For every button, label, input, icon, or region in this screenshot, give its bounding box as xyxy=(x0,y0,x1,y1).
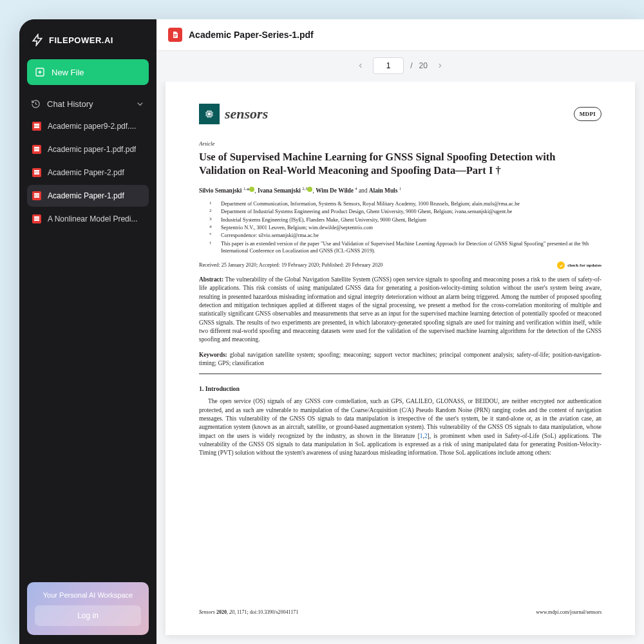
affiliations: 1Department of Communication, Informatio… xyxy=(209,200,601,255)
main-panel: Academic Paper-Series-1.pdf / 20 xyxy=(156,19,644,644)
dates-row: Received: 25 January 2020; Accepted: 19 … xyxy=(199,261,601,269)
sensors-icon xyxy=(199,104,220,124)
file-label: Academic Paper-2.pdf xyxy=(48,168,124,177)
abstract-label: Abstract: xyxy=(199,276,223,283)
abstract-text: The vulnerability of the Global Navigati… xyxy=(199,276,601,343)
login-button[interactable]: Log in xyxy=(35,605,141,626)
sidebar-file-item[interactable]: A Nonlinear Model Predi... xyxy=(27,208,149,230)
pdf-icon xyxy=(32,145,41,154)
app-logo: FILEPOWER.AI xyxy=(27,31,149,59)
app-name: FILEPOWER.AI xyxy=(49,35,113,45)
check-updates-badge[interactable]: check for updates xyxy=(557,261,601,269)
pdf-icon xyxy=(32,168,41,177)
document-page: sensors MDPI Article Use of Supervised M… xyxy=(166,82,635,635)
svg-rect-1 xyxy=(174,34,177,35)
file-label: Academic paper9-2.pdf.... xyxy=(48,122,136,131)
sidebar-file-item[interactable]: Academic paper-1.pdf.pdf xyxy=(27,138,149,160)
affiliation-row: †This paper is an extended version of th… xyxy=(209,240,601,256)
journal-brand: sensors xyxy=(199,104,268,124)
chevron-down-icon xyxy=(135,99,145,109)
section-heading: 1. Introduction xyxy=(199,384,601,393)
check-updates-label: check for updates xyxy=(567,263,601,268)
workspace-card: Your Personal AI Workspace Log in xyxy=(27,582,149,635)
file-label: A Nonlinear Model Predi... xyxy=(48,214,137,223)
keywords-label: Keywords: xyxy=(199,352,227,358)
journal-header: sensors MDPI xyxy=(199,104,601,124)
file-label: Academic Paper-1.pdf xyxy=(48,191,124,200)
page-footer: Sensors 2020, 20, 1171; doi:10.3390/s200… xyxy=(199,609,601,616)
sidebar-file-item[interactable]: Academic paper9-2.pdf.... xyxy=(27,115,149,137)
affiliation-row: *Correspondence: silvio.semanjski@rma.ac… xyxy=(209,232,601,240)
file-list: Academic paper9-2.pdf....Academic paper-… xyxy=(27,115,149,230)
publisher-badge: MDPI xyxy=(574,107,601,122)
paper-title: Use of Supervised Machine Learning for G… xyxy=(199,150,601,178)
pdf-icon xyxy=(32,191,41,200)
footer-left: Sensors 2020, 20, 1171; doi:10.3390/s200… xyxy=(199,609,298,616)
new-file-label: New File xyxy=(52,68,84,77)
workspace-title: Your Personal AI Workspace xyxy=(35,591,141,599)
authors: Silvio Semanjski 1,*, Ivana Semanjski 2,… xyxy=(199,185,601,195)
svg-rect-2 xyxy=(174,35,177,36)
page-input[interactable] xyxy=(373,57,404,74)
dates: Received: 25 January 2020; Accepted: 19 … xyxy=(199,261,383,269)
svg-rect-3 xyxy=(174,36,176,37)
keywords: Keywords: global navigation satellite sy… xyxy=(199,351,601,368)
body-paragraph: The open service (OS) signals of any GNS… xyxy=(199,397,601,457)
page-total: 20 xyxy=(419,61,427,70)
sidebar-file-item[interactable]: Academic Paper-1.pdf xyxy=(27,185,149,207)
footer-right: www.mdpi.com/journal/sensors xyxy=(536,609,601,616)
app-window: FILEPOWER.AI New File Chat History Acade… xyxy=(19,19,644,644)
prev-page-button[interactable] xyxy=(355,60,366,71)
top-bar: Academic Paper-Series-1.pdf xyxy=(156,19,644,51)
abstract: Abstract: The vulnerability of the Globa… xyxy=(199,276,601,345)
check-icon xyxy=(557,261,565,269)
file-label: Academic paper-1.pdf.pdf xyxy=(48,145,136,154)
paginator: / 20 xyxy=(156,51,644,82)
affiliation-row: 4Septentrio N.V., 3001 Leuven, Belgium; … xyxy=(209,224,601,232)
divider xyxy=(199,374,601,374)
svg-rect-5 xyxy=(208,113,211,115)
current-filename: Academic Paper-Series-1.pdf xyxy=(189,30,314,40)
chat-history-header[interactable]: Chat History xyxy=(27,85,149,115)
article-label: Article xyxy=(199,140,601,148)
affiliation-row: 2Department of Industrial Systems Engine… xyxy=(209,208,601,216)
sidebar-file-item[interactable]: Academic Paper-2.pdf xyxy=(27,162,149,184)
next-page-button[interactable] xyxy=(434,60,446,71)
journal-name: sensors xyxy=(225,104,268,124)
pdf-icon xyxy=(32,122,41,131)
history-icon xyxy=(31,99,41,109)
chat-history-label: Chat History xyxy=(47,99,93,109)
page-sep: / xyxy=(410,61,412,70)
pdf-icon xyxy=(168,28,182,42)
logo-icon xyxy=(31,33,44,46)
affiliation-row: 1Department of Communication, Informatio… xyxy=(209,200,601,208)
document-viewport[interactable]: sensors MDPI Article Use of Supervised M… xyxy=(156,82,644,644)
keywords-text: global navigation satellite system; spoo… xyxy=(199,352,601,366)
pdf-icon xyxy=(32,214,41,223)
sidebar: FILEPOWER.AI New File Chat History Acade… xyxy=(19,19,156,644)
plus-icon xyxy=(35,67,45,77)
affiliation-row: 3Industrial Systems Engineering (ISyE), … xyxy=(209,216,601,224)
new-file-button[interactable]: New File xyxy=(27,59,149,85)
